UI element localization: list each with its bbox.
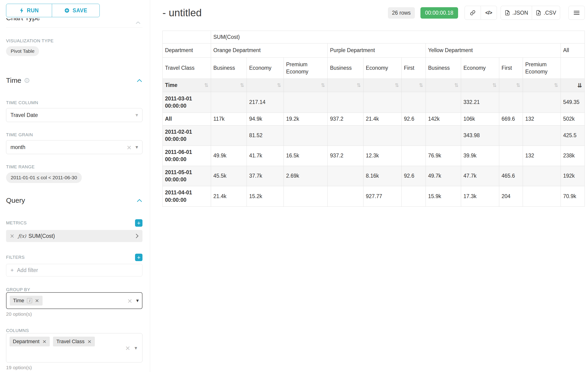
sortable-column-header: ⇅ bbox=[364, 79, 402, 92]
sort-icon[interactable]: ⇅ bbox=[516, 83, 520, 88]
group-by-options-count: 20 option(s) bbox=[6, 311, 142, 317]
sort-icon[interactable]: ⇅ bbox=[204, 83, 209, 88]
sort-icon[interactable]: ⇅ bbox=[321, 83, 325, 88]
code-icon: </> bbox=[485, 10, 492, 16]
remove-metric-icon[interactable]: × bbox=[10, 233, 14, 239]
time-column-select[interactable]: Travel Date ▾ bbox=[6, 108, 142, 122]
chevron-down-icon[interactable]: ▾ bbox=[136, 145, 138, 150]
sort-icon[interactable]: ⇅ bbox=[419, 83, 423, 88]
pivot-value-cell bbox=[211, 126, 247, 146]
columns-tag-department[interactable]: Department × bbox=[10, 337, 50, 346]
time-grain-select[interactable]: month × ▾ bbox=[6, 140, 142, 154]
travel-class-header: Business bbox=[426, 58, 461, 79]
pivot-value-cell: 12.3k bbox=[364, 146, 402, 166]
travel-class-header: Premium Economy bbox=[284, 58, 328, 79]
pivot-value-cell bbox=[499, 126, 523, 146]
pivot-table-row: 2011-02-01 00:00:0081.52343.98425.5 bbox=[163, 126, 585, 146]
pivot-value-cell: 937.2 bbox=[328, 113, 364, 126]
sort-icon[interactable]: ⇅ bbox=[277, 83, 281, 88]
control-panel: RUN SAVE Chart Type VISUALIZATION TYPE P… bbox=[0, 0, 150, 372]
column-info-icon: i bbox=[27, 298, 32, 303]
pivot-value-cell bbox=[523, 92, 561, 113]
columns-tag-travel-class[interactable]: Travel Class × bbox=[53, 337, 95, 346]
pivot-row-header: 2011-03-01 00:00:00 bbox=[163, 92, 211, 113]
export-button-group: .JSON .CSV bbox=[501, 6, 560, 20]
export-csv-label: .CSV bbox=[544, 10, 556, 16]
pivot-corner-cell bbox=[163, 31, 211, 43]
chevron-down-icon[interactable]: ▾ bbox=[136, 113, 138, 118]
remove-tag-icon[interactable]: × bbox=[87, 339, 92, 344]
sortable-column-header: ⇅ bbox=[426, 79, 461, 92]
travel-class-header: Economy bbox=[461, 58, 499, 79]
pivot-value-cell: 17.3k bbox=[461, 186, 499, 207]
group-by-tag-time[interactable]: Time i × bbox=[10, 296, 42, 306]
sortable-column-header: ⇅ bbox=[402, 79, 426, 92]
columns-select[interactable]: Department × Travel Class × × ▾ bbox=[6, 333, 142, 362]
pivot-value-cell: 21.4k bbox=[364, 113, 402, 126]
metrics-label: METRICS bbox=[6, 220, 27, 225]
add-filter-button[interactable]: + Add filter bbox=[6, 264, 142, 276]
chart-menu-button[interactable] bbox=[568, 6, 585, 20]
pivot-table-row: All117k94.9k19.2k937.221.4k92.6142k106k6… bbox=[163, 113, 585, 126]
pivot-value-cell: 92.6 bbox=[402, 166, 426, 186]
sort-descending-icon[interactable]: ⇊ bbox=[577, 83, 582, 88]
chevron-right-icon[interactable] bbox=[136, 234, 139, 239]
chevron-down-icon[interactable]: ▾ bbox=[136, 298, 139, 303]
pivot-value-cell bbox=[499, 146, 523, 166]
pivot-value-cell: 15.9k bbox=[426, 186, 461, 207]
pivot-value-cell bbox=[523, 186, 561, 207]
view-query-button[interactable]: </> bbox=[481, 6, 497, 20]
query-timer-badge: 00:00:00.18 bbox=[420, 7, 458, 19]
time-column-label: TIME COLUMN bbox=[6, 100, 142, 105]
time-range-value[interactable]: 2011-01-01 ≤ col < 2011-06-30 bbox=[6, 172, 82, 183]
pivot-value-cell: 41.7k bbox=[247, 146, 284, 166]
metric-option[interactable]: × ƒ(x) SUM(Cost) bbox=[6, 230, 142, 242]
query-section-header[interactable]: Query bbox=[6, 196, 142, 205]
pivot-table-container: SUM(Cost)DepartmentOrange DepartmentPurp… bbox=[162, 31, 585, 207]
pivot-value-cell bbox=[499, 92, 523, 113]
chevron-down-icon[interactable]: ▾ bbox=[135, 345, 137, 350]
pivot-value-cell: 238k bbox=[561, 146, 585, 166]
export-csv-button[interactable]: .CSV bbox=[532, 6, 560, 20]
plus-icon: + bbox=[10, 267, 14, 273]
save-button[interactable]: SAVE bbox=[52, 4, 100, 17]
clear-icon[interactable]: × bbox=[127, 298, 133, 304]
metrics-header-row: METRICS + bbox=[6, 219, 142, 227]
pivot-value-cell bbox=[328, 166, 364, 186]
hamburger-menu-icon bbox=[574, 11, 580, 15]
pivot-value-cell: 343.98 bbox=[461, 126, 499, 146]
sort-icon[interactable]: ⇅ bbox=[554, 83, 558, 88]
sort-icon[interactable]: ⇅ bbox=[454, 83, 459, 88]
sort-icon[interactable]: ⇅ bbox=[395, 83, 399, 88]
travel-class-header: Business bbox=[328, 58, 364, 79]
add-filter-plus-button[interactable]: + bbox=[135, 254, 142, 261]
pivot-value-cell: 142k bbox=[426, 113, 461, 126]
sort-icon[interactable]: ⇅ bbox=[493, 83, 497, 88]
pivot-value-cell: 117k bbox=[211, 113, 247, 126]
viz-type-value[interactable]: Pivot Table bbox=[6, 46, 39, 56]
export-json-button[interactable]: .JSON bbox=[501, 6, 532, 20]
time-grain-label: TIME GRAIN bbox=[6, 132, 142, 138]
chart-type-section-header[interactable]: Chart Type bbox=[6, 18, 142, 24]
remove-tag-icon[interactable]: × bbox=[35, 298, 39, 303]
pivot-table-row: 2011-04-01 00:00:0021.4k15.2k927.7715.9k… bbox=[163, 186, 585, 207]
group-by-select[interactable]: Time i × × ▾ bbox=[6, 292, 142, 309]
time-range-label: TIME RANGE bbox=[6, 164, 142, 170]
travel-class-header: Business bbox=[211, 58, 247, 79]
pivot-value-cell: 92.6 bbox=[402, 113, 426, 126]
collapse-time-section-icon[interactable] bbox=[136, 79, 142, 82]
add-metric-button[interactable]: + bbox=[135, 219, 142, 227]
sort-icon[interactable]: ⇅ bbox=[240, 83, 244, 88]
sort-icon[interactable]: ⇅ bbox=[357, 83, 361, 88]
sortable-column-header: ⇅ bbox=[328, 79, 364, 92]
collapse-query-section-icon[interactable] bbox=[136, 199, 142, 202]
copy-link-button[interactable] bbox=[465, 6, 481, 20]
pivot-value-cell bbox=[402, 186, 426, 207]
clear-icon[interactable]: × bbox=[126, 144, 132, 150]
pivot-value-cell: 39.9k bbox=[461, 146, 499, 166]
run-button[interactable]: RUN bbox=[6, 4, 52, 17]
clear-icon[interactable]: × bbox=[125, 345, 130, 351]
time-section-header[interactable]: Time bbox=[6, 75, 142, 85]
remove-tag-icon[interactable]: × bbox=[42, 339, 46, 344]
run-save-button-group: RUN SAVE bbox=[6, 4, 142, 17]
